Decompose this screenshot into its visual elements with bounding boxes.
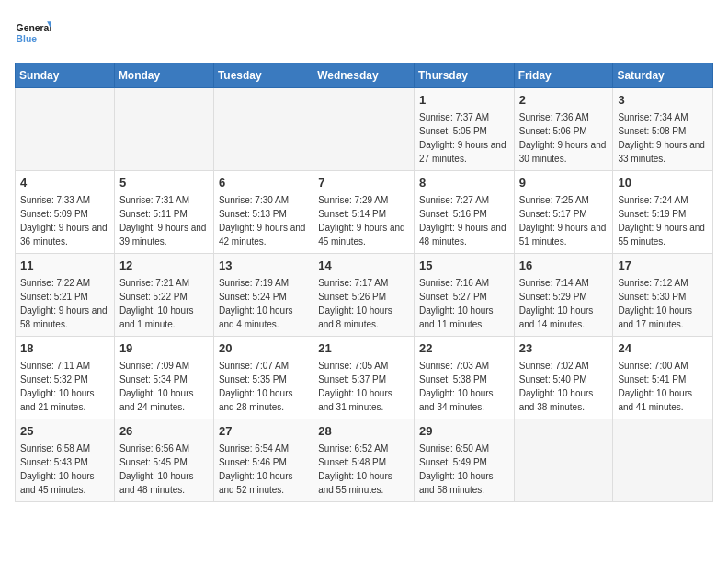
calendar-cell: 5Sunrise: 7:31 AM Sunset: 5:11 PM Daylig… [114,171,213,254]
calendar-cell: 27Sunrise: 6:54 AM Sunset: 5:46 PM Dayli… [213,419,313,502]
day-info: Sunrise: 7:00 AM Sunset: 5:41 PM Dayligh… [618,361,692,412]
calendar-cell [114,88,213,171]
day-info: Sunrise: 7:17 AM Sunset: 5:26 PM Dayligh… [318,278,392,329]
day-number: 24 [618,340,708,357]
day-number: 14 [318,258,409,274]
calendar-cell: 14Sunrise: 7:17 AM Sunset: 5:26 PM Dayli… [313,254,415,337]
day-info: Sunrise: 7:02 AM Sunset: 5:40 PM Dayligh… [519,361,594,412]
calendar-cell: 29Sunrise: 6:50 AM Sunset: 5:49 PM Dayli… [414,419,514,502]
day-info: Sunrise: 7:33 AM Sunset: 5:09 PM Dayligh… [20,195,108,247]
day-number: 26 [119,423,209,440]
calendar-cell: 4Sunrise: 7:33 AM Sunset: 5:09 PM Daylig… [16,171,115,254]
calendar-cell: 6Sunrise: 7:30 AM Sunset: 5:13 PM Daylig… [213,171,313,254]
day-number: 13 [219,258,308,274]
day-number: 18 [20,340,109,357]
day-info: Sunrise: 7:12 AM Sunset: 5:30 PM Dayligh… [618,278,692,329]
day-number: 22 [419,340,509,357]
calendar-cell: 20Sunrise: 7:07 AM Sunset: 5:35 PM Dayli… [213,337,313,419]
day-info: Sunrise: 7:05 AM Sunset: 5:37 PM Dayligh… [318,361,392,412]
weekday-header-tuesday: Tuesday [213,63,313,88]
day-number: 19 [119,340,209,357]
day-number: 25 [20,423,109,440]
calendar-cell: 21Sunrise: 7:05 AM Sunset: 5:37 PM Dayli… [313,337,415,419]
day-info: Sunrise: 7:25 AM Sunset: 5:17 PM Dayligh… [519,195,607,247]
calendar-cell: 18Sunrise: 7:11 AM Sunset: 5:32 PM Dayli… [16,337,115,419]
weekday-header-thursday: Thursday [414,63,514,88]
calendar-cell: 19Sunrise: 7:09 AM Sunset: 5:34 PM Dayli… [114,337,213,419]
day-number: 1 [419,92,509,109]
day-number: 9 [519,175,609,191]
day-number: 5 [119,175,209,191]
weekday-header-sunday: Sunday [16,63,115,88]
day-number: 21 [318,340,409,357]
day-number: 28 [318,423,409,440]
calendar-cell [514,419,613,502]
weekday-header-wednesday: Wednesday [313,63,415,88]
calendar-cell [613,419,713,502]
calendar-cell: 22Sunrise: 7:03 AM Sunset: 5:38 PM Dayli… [414,337,514,419]
day-number: 7 [318,175,409,191]
calendar-cell [313,88,415,171]
calendar-cell: 1Sunrise: 7:37 AM Sunset: 5:05 PM Daylig… [414,88,514,171]
logo-icon: General Blue [15,15,51,52]
day-info: Sunrise: 7:31 AM Sunset: 5:11 PM Dayligh… [119,195,207,247]
day-info: Sunrise: 6:52 AM Sunset: 5:48 PM Dayligh… [318,443,392,495]
day-info: Sunrise: 7:07 AM Sunset: 5:35 PM Dayligh… [219,361,293,412]
calendar-cell: 8Sunrise: 7:27 AM Sunset: 5:16 PM Daylig… [414,171,514,254]
calendar-cell: 9Sunrise: 7:25 AM Sunset: 5:17 PM Daylig… [514,171,613,254]
day-number: 17 [618,258,708,274]
day-number: 20 [219,340,308,357]
day-info: Sunrise: 7:30 AM Sunset: 5:13 PM Dayligh… [219,195,306,247]
day-info: Sunrise: 7:24 AM Sunset: 5:19 PM Dayligh… [618,195,705,247]
day-info: Sunrise: 6:50 AM Sunset: 5:49 PM Dayligh… [419,443,494,495]
calendar-cell: 16Sunrise: 7:14 AM Sunset: 5:29 PM Dayli… [514,254,613,337]
day-info: Sunrise: 7:16 AM Sunset: 5:27 PM Dayligh… [419,278,494,329]
day-info: Sunrise: 7:34 AM Sunset: 5:08 PM Dayligh… [618,112,705,164]
day-number: 8 [419,175,509,191]
day-number: 2 [519,92,609,109]
calendar-cell: 7Sunrise: 7:29 AM Sunset: 5:14 PM Daylig… [313,171,415,254]
calendar-cell: 2Sunrise: 7:36 AM Sunset: 5:06 PM Daylig… [514,88,613,171]
day-info: Sunrise: 7:03 AM Sunset: 5:38 PM Dayligh… [419,361,494,412]
day-info: Sunrise: 7:09 AM Sunset: 5:34 PM Dayligh… [119,361,194,412]
day-number: 15 [419,258,509,274]
day-number: 12 [119,258,209,274]
day-number: 11 [20,258,109,274]
calendar-cell: 25Sunrise: 6:58 AM Sunset: 5:43 PM Dayli… [16,419,115,502]
day-number: 27 [219,423,308,440]
calendar-cell: 26Sunrise: 6:56 AM Sunset: 5:45 PM Dayli… [114,419,213,502]
day-info: Sunrise: 7:19 AM Sunset: 5:24 PM Dayligh… [219,278,293,329]
calendar-cell [16,88,115,171]
calendar-table: SundayMondayTuesdayWednesdayThursdayFrid… [15,63,713,502]
svg-text:Blue: Blue [17,34,38,44]
calendar-cell: 10Sunrise: 7:24 AM Sunset: 5:19 PM Dayli… [613,171,713,254]
calendar-cell: 13Sunrise: 7:19 AM Sunset: 5:24 PM Dayli… [213,254,313,337]
day-info: Sunrise: 7:21 AM Sunset: 5:22 PM Dayligh… [119,278,194,329]
day-info: Sunrise: 7:36 AM Sunset: 5:06 PM Dayligh… [519,112,607,164]
page-header: General Blue [15,15,713,52]
calendar-cell: 12Sunrise: 7:21 AM Sunset: 5:22 PM Dayli… [114,254,213,337]
day-number: 4 [20,175,109,191]
day-info: Sunrise: 7:22 AM Sunset: 5:21 PM Dayligh… [20,278,108,329]
day-info: Sunrise: 6:54 AM Sunset: 5:46 PM Dayligh… [219,443,293,495]
weekday-header-saturday: Saturday [613,63,713,88]
day-info: Sunrise: 7:27 AM Sunset: 5:16 PM Dayligh… [419,195,506,247]
day-info: Sunrise: 7:11 AM Sunset: 5:32 PM Dayligh… [20,361,95,412]
day-number: 29 [419,423,509,440]
calendar-cell: 24Sunrise: 7:00 AM Sunset: 5:41 PM Dayli… [613,337,713,419]
svg-text:General: General [17,23,51,33]
calendar-cell [213,88,313,171]
day-number: 3 [618,92,708,109]
calendar-cell: 17Sunrise: 7:12 AM Sunset: 5:30 PM Dayli… [613,254,713,337]
weekday-header-monday: Monday [114,63,213,88]
calendar-cell: 3Sunrise: 7:34 AM Sunset: 5:08 PM Daylig… [613,88,713,171]
day-number: 23 [519,340,609,357]
day-number: 16 [519,258,609,274]
calendar-cell: 15Sunrise: 7:16 AM Sunset: 5:27 PM Dayli… [414,254,514,337]
day-info: Sunrise: 7:29 AM Sunset: 5:14 PM Dayligh… [318,195,405,247]
calendar-cell: 28Sunrise: 6:52 AM Sunset: 5:48 PM Dayli… [313,419,415,502]
weekday-header-friday: Friday [514,63,613,88]
day-number: 10 [618,175,708,191]
calendar-cell: 23Sunrise: 7:02 AM Sunset: 5:40 PM Dayli… [514,337,613,419]
logo: General Blue [15,15,51,52]
